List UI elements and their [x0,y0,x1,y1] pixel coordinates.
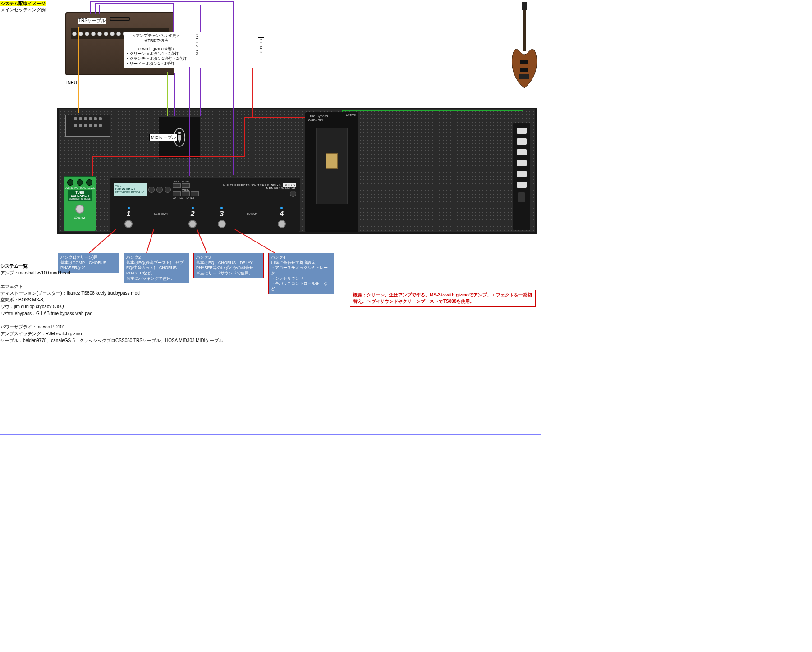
svg-rect-1 [523,10,526,51]
trs-cable-label: TRSケーブル [78,18,106,24]
ms3-foot-2: 2 [188,207,197,228]
bank4-box: バンク4 用途に合わせて都度設定 ・アコースティックシミュレータ ・シンセサウン… [268,253,334,294]
power-supply [65,115,110,137]
wah-pedal [316,128,348,204]
svg-rect-2 [520,60,528,64]
ms3-display: MS-3 BOSS MS-3 PATCH BPM PATCH LVL [114,183,147,196]
system-list: システム一覧 アンプ：marshall vs100 mod head エフェクト… [0,263,223,344]
ts-name: TUBE SCREAMER [68,191,92,197]
diagram-canvas: システム配線イメージ メインセッティング例 TRSケーブル INPUT ＜アンプ… [0,0,541,435]
amp-channel-box: ＜アンプチャンネル変更＞ ※TRSで切替 ＜switch gizmo状態＞ ・ク… [124,32,188,68]
summary-box: 概要：クリーン、歪はアンプで作る。MS-3+swith gizmoでアンプ、エフ… [350,290,536,307]
ts-footswitch [75,205,84,214]
wah-title2: Wah-Pad [308,118,328,122]
sw-clean: ・クリーン＝ボタン1・2点灯 [125,51,187,56]
svg-point-6 [178,132,181,134]
switch-gizmo-title: ＜switch gizmo状態＞ [125,46,187,51]
ts-sub: Overdrive Pro TS808 [68,197,92,200]
wah-title: True Bypass [308,114,328,118]
boss-ms3: MS-3 BOSS MS-3 PATCH BPM PATCH LVL ON/OF… [110,178,300,232]
ts-brand: Ibanez [64,215,96,219]
tube-screamer: OVERDRIVETONELEVEL TUBE SCREAMER Overdri… [64,176,96,231]
ms3-foot-3: 3 [218,207,226,228]
svg-rect-3 [520,68,528,72]
page-title: システム配線イメージ [0,0,541,7]
midi-cable-label: MIDIケーブル [149,134,178,141]
ms3-foot-4: 4 [278,207,286,228]
send-label: SEND [258,37,264,55]
sw-crunch: ・クランチ＝ボタン1消灯・2点灯 [125,56,187,61]
svg-rect-4 [519,74,529,79]
input-label: INPUT [66,80,80,85]
ampch-line2: ※TRSで切替 [125,38,187,43]
power-strip [513,123,530,230]
guitar-icon [509,2,539,92]
pedalboard: MIDIケーブル OVERDRIVETONELEVEL TUBE SCREAME… [57,108,537,234]
return-label: RETARN [194,33,200,57]
sw-lead: ・リード＝ボタン1・2消灯 [125,61,187,66]
ampch-line1: ＜アンプチャンネル変更＞ [125,33,187,38]
svg-rect-0 [522,2,527,10]
wah-pad: True Bypass Wah-Pad ACTIVE [305,112,358,232]
wah-active: ACTIVE [346,114,356,122]
ms3-foot-1: 1 [124,207,133,228]
amp-handle [110,17,130,21]
